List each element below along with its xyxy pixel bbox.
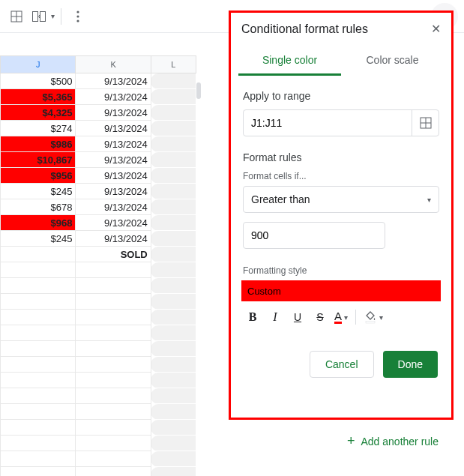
cell[interactable] <box>76 341 151 357</box>
cell[interactable]: 9/13/2024 <box>76 121 151 136</box>
cell[interactable] <box>151 247 196 262</box>
cell[interactable]: $500 <box>1 73 76 89</box>
cell[interactable]: $10,867 <box>1 152 76 168</box>
cell[interactable]: 9/13/2024 <box>76 199 151 215</box>
cell[interactable] <box>1 278 76 294</box>
cell[interactable] <box>151 373 196 388</box>
cell[interactable] <box>76 436 151 451</box>
cell[interactable] <box>151 294 196 310</box>
cell[interactable] <box>151 388 196 404</box>
cell[interactable] <box>1 357 76 373</box>
cell[interactable] <box>151 451 196 467</box>
cell[interactable] <box>76 325 151 341</box>
cell[interactable] <box>151 121 196 136</box>
cell[interactable] <box>76 294 151 310</box>
cell[interactable] <box>151 89 196 105</box>
done-button[interactable]: Done <box>383 351 438 378</box>
cell[interactable] <box>151 215 196 231</box>
cell[interactable]: $968 <box>1 215 76 231</box>
sheet-grid[interactable]: J K L $5009/13/2024$5,3659/13/2024$4,325… <box>0 55 196 475</box>
cell[interactable]: $986 <box>1 136 76 152</box>
cell[interactable] <box>1 310 76 325</box>
close-icon[interactable]: ✕ <box>431 22 441 36</box>
cell[interactable]: 9/13/2024 <box>76 215 151 231</box>
cell[interactable] <box>151 105 196 121</box>
cell[interactable] <box>76 262 151 278</box>
cell[interactable] <box>151 341 196 357</box>
cell[interactable] <box>76 420 151 436</box>
cancel-button[interactable]: Cancel <box>310 351 374 378</box>
cell[interactable] <box>1 404 76 420</box>
cell[interactable]: 9/13/2024 <box>76 105 151 121</box>
cell[interactable] <box>151 168 196 184</box>
strikethrough-button[interactable]: S <box>310 307 330 327</box>
cell[interactable] <box>1 373 76 388</box>
bold-button[interactable]: B <box>243 307 262 327</box>
cell[interactable] <box>1 325 76 341</box>
cell[interactable] <box>1 388 76 404</box>
cell[interactable] <box>151 310 196 325</box>
cell[interactable] <box>151 184 196 199</box>
cell[interactable]: 9/13/2024 <box>76 136 151 152</box>
cell[interactable]: $4,325 <box>1 105 76 121</box>
cell[interactable] <box>1 294 76 310</box>
cell[interactable] <box>151 325 196 341</box>
cell[interactable]: $274 <box>1 121 76 136</box>
cell[interactable] <box>151 420 196 436</box>
underline-button[interactable]: U <box>288 307 307 327</box>
cell[interactable] <box>1 467 76 477</box>
cell[interactable] <box>76 467 151 477</box>
cell[interactable] <box>151 199 196 215</box>
cell[interactable] <box>76 310 151 325</box>
cell[interactable] <box>151 436 196 451</box>
cell[interactable] <box>151 467 196 477</box>
sold-label[interactable]: SOLD <box>76 247 151 262</box>
cell[interactable] <box>151 73 196 89</box>
merge-dropdown-icon[interactable]: ▾ <box>51 12 55 20</box>
select-range-icon[interactable] <box>412 110 439 136</box>
cell[interactable] <box>76 357 151 373</box>
cell[interactable] <box>151 152 196 168</box>
cell[interactable] <box>151 262 196 278</box>
cell[interactable] <box>76 373 151 388</box>
range-input[interactable] <box>244 117 412 129</box>
cell[interactable] <box>76 404 151 420</box>
cell[interactable]: 9/13/2024 <box>76 168 151 184</box>
cell[interactable]: $245 <box>1 184 76 199</box>
column-header[interactable]: K <box>76 56 151 73</box>
add-rule-button[interactable]: + Add another rule <box>347 433 439 449</box>
italic-button[interactable]: I <box>265 307 285 327</box>
cell[interactable] <box>76 451 151 467</box>
condition-select[interactable]: Greater than ▾ <box>243 186 439 213</box>
borders-icon[interactable] <box>6 6 27 27</box>
cell[interactable] <box>151 357 196 373</box>
cell[interactable]: $5,365 <box>1 89 76 105</box>
cell[interactable]: $678 <box>1 199 76 215</box>
fill-color-button[interactable]: ▾ <box>362 310 385 324</box>
cell[interactable] <box>1 341 76 357</box>
cell[interactable]: 9/13/2024 <box>76 89 151 105</box>
merge-cells-icon[interactable] <box>28 6 49 27</box>
style-preview[interactable]: Custom <box>241 280 441 301</box>
tab-single-color[interactable]: Single color <box>238 49 341 76</box>
cell[interactable] <box>151 136 196 152</box>
cell[interactable]: 9/13/2024 <box>76 73 151 89</box>
cell[interactable] <box>1 420 76 436</box>
text-color-button[interactable]: A▾ <box>333 311 349 324</box>
cell[interactable]: $245 <box>1 231 76 247</box>
cell[interactable] <box>1 436 76 451</box>
tab-color-scale[interactable]: Color scale <box>341 49 444 76</box>
cell[interactable]: $956 <box>1 168 76 184</box>
cell[interactable] <box>151 231 196 247</box>
cell[interactable] <box>1 262 76 278</box>
cell[interactable] <box>151 278 196 294</box>
cell[interactable]: 9/13/2024 <box>76 152 151 168</box>
cell[interactable]: 9/13/2024 <box>76 231 151 247</box>
cell[interactable] <box>151 404 196 420</box>
column-header[interactable]: J <box>1 56 76 73</box>
cell[interactable] <box>1 451 76 467</box>
cell[interactable] <box>1 247 76 262</box>
threshold-input[interactable] <box>243 222 385 249</box>
scrollbar-thumb[interactable] <box>196 82 201 99</box>
more-vert-icon[interactable] <box>67 6 88 27</box>
